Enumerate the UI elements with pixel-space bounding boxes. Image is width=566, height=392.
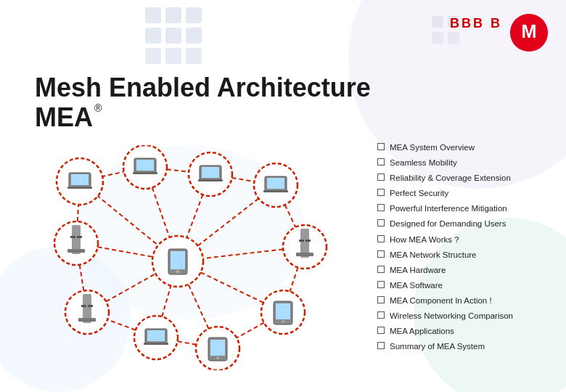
svg-rect-50	[202, 167, 219, 178]
svg-rect-80	[70, 236, 75, 238]
menu-item-10: MEA Software	[377, 279, 544, 291]
menu-label-7: How MEA Works ?	[390, 234, 459, 245]
svg-point-85	[176, 270, 180, 274]
menu-checkbox-4[interactable]	[377, 189, 385, 196]
menu-checkbox-11[interactable]	[377, 296, 385, 303]
menu-label-3: Reliability & Coverage Extension	[390, 172, 511, 184]
svg-rect-71	[147, 330, 165, 341]
menu-item-6: Designed for Demanding Users	[377, 218, 544, 229]
menu-label-8: MEA Network Structure	[390, 249, 477, 261]
svg-rect-45	[133, 172, 157, 174]
menu-checkbox-3[interactable]	[377, 173, 385, 181]
menu-item-12: Wireless Networking Comparison	[377, 310, 544, 322]
svg-rect-4	[165, 28, 181, 44]
menu-checkbox-12[interactable]	[377, 311, 385, 319]
svg-rect-46	[136, 160, 154, 171]
svg-rect-58	[299, 240, 304, 242]
svg-rect-84	[171, 251, 185, 269]
menu-item-5: Powerful Interference Mitigation	[377, 203, 544, 214]
svg-rect-42	[71, 174, 89, 185]
svg-rect-70	[144, 343, 168, 345]
svg-text:M: M	[522, 21, 537, 41]
svg-rect-0	[145, 7, 161, 23]
menu-label-9: MEA Hardware	[390, 264, 446, 276]
menu-checkbox-10[interactable]	[377, 281, 385, 288]
svg-rect-41	[67, 187, 92, 189]
menu-label-6: Designed for Demanding Users	[390, 218, 506, 229]
menu-label-11: MEA Component In Action !	[390, 295, 492, 306]
menu-item-11: MEA Component In Action !	[377, 295, 544, 306]
svg-rect-66	[210, 340, 225, 356]
menu-label-2: Seamless Mobility	[390, 157, 457, 168]
title-area: Mesh Enabled Architecture MEA®	[35, 73, 371, 133]
menu-label-13: MEA Applications	[390, 325, 454, 337]
menu-checkbox-2[interactable]	[377, 158, 385, 166]
motorola-logo: M	[509, 13, 549, 52]
menu-checkbox-6[interactable]	[377, 219, 385, 226]
brand-dots: BBB B	[450, 16, 502, 31]
menu-label-5: Powerful Interference Mitigation	[390, 203, 507, 214]
svg-point-63	[282, 320, 284, 323]
svg-rect-62	[276, 303, 290, 319]
svg-rect-75	[81, 305, 86, 307]
menu-checkbox-5[interactable]	[377, 204, 385, 211]
menu-item-4: Perfect Security	[377, 187, 544, 199]
menu-label-1: MEA System Overview	[390, 142, 475, 153]
menu-item-3: Reliability & Coverage Extension	[377, 172, 544, 184]
svg-rect-15	[432, 32, 443, 44]
svg-rect-49	[198, 179, 223, 181]
menu-checkbox-13[interactable]	[377, 327, 385, 334]
menu-checkbox-1[interactable]	[377, 143, 385, 150]
menu-label-4: Perfect Security	[390, 187, 448, 199]
menu-item-13: MEA Applications	[377, 325, 544, 337]
svg-rect-13	[432, 16, 443, 28]
menu-item-2: Seamless Mobility	[377, 157, 544, 168]
title-line2: MEA®	[35, 102, 371, 133]
svg-rect-53	[263, 190, 288, 192]
svg-rect-74	[78, 318, 96, 322]
svg-rect-5	[186, 28, 202, 44]
menu-label-14: Summary of MEA System	[390, 340, 485, 352]
menu-label-10: MEA Software	[390, 279, 443, 291]
menu-item-8: MEA Network Structure	[377, 249, 544, 261]
title-line1: Mesh Enabled Architecture	[35, 73, 371, 102]
svg-rect-3	[145, 28, 161, 44]
menu-item-9: MEA Hardware	[377, 264, 544, 276]
svg-rect-76	[88, 305, 93, 307]
menu-label-12: Wireless Networking Comparison	[390, 310, 513, 322]
menu-item-7: How MEA Works ?	[377, 234, 544, 245]
svg-rect-54	[267, 178, 284, 189]
svg-rect-8	[186, 48, 202, 64]
svg-rect-59	[305, 240, 311, 242]
svg-rect-1	[165, 7, 181, 23]
svg-rect-81	[77, 236, 82, 238]
svg-rect-2	[186, 7, 202, 23]
svg-rect-7	[165, 48, 181, 64]
svg-rect-57	[296, 253, 313, 256]
svg-rect-16	[448, 32, 459, 44]
menu-checkbox-8[interactable]	[377, 250, 385, 258]
svg-rect-6	[145, 48, 161, 64]
menu-checkbox-14[interactable]	[377, 342, 385, 349]
menu-checkbox-7[interactable]	[377, 235, 385, 242]
menu-checkbox-9[interactable]	[377, 266, 385, 273]
svg-rect-79	[67, 249, 85, 253]
network-diagram	[22, 145, 377, 377]
menu-item-1: MEA System Overview	[377, 142, 544, 153]
menu-item-14: Summary of MEA System	[377, 340, 544, 352]
menu-list: MEA System OverviewSeamless MobilityReli…	[377, 142, 544, 356]
svg-point-67	[216, 356, 219, 359]
